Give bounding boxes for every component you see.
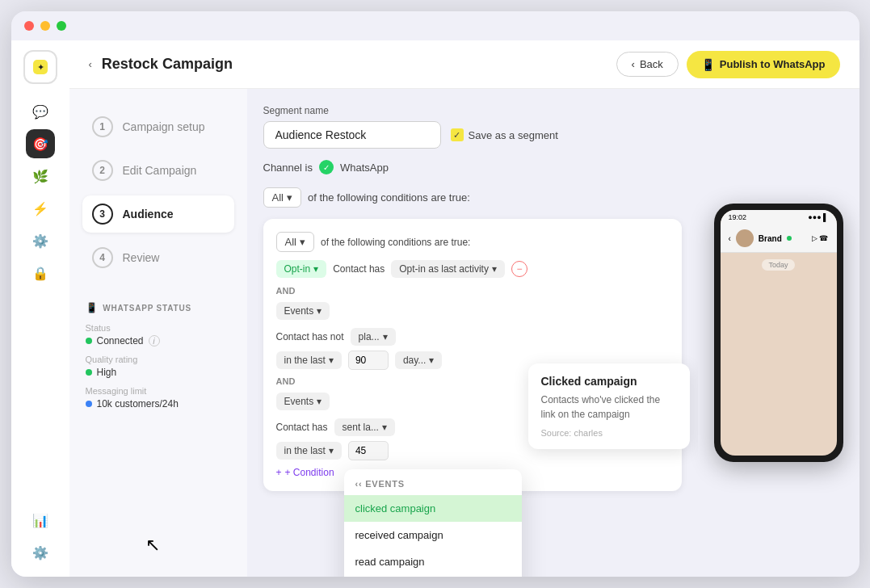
step-num-1: 1 — [92, 116, 113, 137]
phone-body: Today — [721, 253, 837, 456]
remove-optin-button[interactable]: − — [511, 261, 527, 277]
segment-name-input[interactable] — [263, 121, 441, 149]
svg-text:✦: ✦ — [36, 62, 44, 72]
outer-conditions-bar: All ▾ of the following conditions are tr… — [263, 187, 682, 208]
dropdown-header: ‹ ‹ EVENTS — [344, 476, 522, 495]
contact-has-label: Contact has — [333, 263, 385, 275]
step-num-2: 2 — [92, 160, 113, 181]
optin-condition-row: Opt-in ▾ Contact has Opt-in as last acti… — [276, 260, 669, 278]
in-the-last2-chevron-icon: ▾ — [329, 445, 334, 456]
channel-is-label: Channel is — [263, 162, 313, 174]
optin-tag[interactable]: Opt-in ▾ — [276, 260, 327, 278]
phone-frame: 19:02 ●●● ▌ ‹ Brand ▷ ☎ To — [714, 204, 843, 462]
sidebar-icon-chat[interactable]: 💬 — [26, 97, 55, 126]
quality-dot-icon — [86, 369, 92, 376]
inner-conditions-prefix: of the following conditions are true: — [321, 237, 470, 248]
all-select-inner[interactable]: All ▾ — [276, 232, 314, 252]
publish-button-label: Publish to WhatsApp — [720, 58, 826, 70]
sidebar-icon-lock[interactable]: 🔒 — [26, 258, 55, 288]
event-type-chevron-icon: ▾ — [383, 331, 388, 342]
step-item-4[interactable]: 4 Review — [82, 239, 234, 276]
save-segment-label: Save as a segment — [469, 129, 558, 141]
sidebar-icon-analytics[interactable]: 📊 — [26, 506, 55, 535]
phone-chat-name: Brand — [759, 234, 782, 243]
save-segment-checkbox[interactable]: ✓ — [451, 128, 464, 141]
traffic-light-red[interactable] — [24, 21, 34, 31]
sidebar-icon-insights[interactable]: ⚙️ — [26, 226, 55, 255]
conditions-prefix-outer: of the following conditions are true: — [308, 191, 470, 204]
phone-mockup: 19:02 ●●● ▌ ‹ Brand ▷ ☎ To — [698, 89, 859, 577]
phone-signal-icon: ●●● ▌ — [808, 213, 828, 221]
cursor-icon: ↖ — [145, 535, 160, 556]
step-item-2[interactable]: 2 Edit Campaign — [82, 152, 234, 189]
step-item-1[interactable]: 1 Campaign setup — [82, 108, 234, 145]
in-the-last-chevron-icon: ▾ — [329, 355, 334, 366]
save-segment-checkbox-row: ✓ Save as a segment — [451, 128, 558, 141]
header: ‹ Restock Campaign ‹ Back 📱 Publish to W… — [69, 40, 859, 89]
days-unit-chevron-icon: ▾ — [429, 355, 434, 366]
channel-row: Channel is ✓ WhatsApp — [263, 160, 682, 174]
app-body: ✦ 💬 🎯 🌿 ⚡ ⚙️ 🔒 📊 ⚙️ ‹ Restock Campaign — [11, 40, 859, 577]
condition-card: All ▾ of the following conditions are tr… — [263, 219, 682, 491]
back-navigation[interactable]: ‹ Restock Campaign — [89, 56, 233, 73]
optin-activity-chevron-icon: ▾ — [492, 263, 497, 275]
event-type2-chevron-icon: ▾ — [382, 422, 387, 433]
step-num-4: 4 — [92, 247, 113, 268]
in-the-last-select-2[interactable]: in the last ▾ — [276, 442, 342, 460]
app-logo: ✦ — [23, 50, 57, 84]
events-chevron-icon: ▾ — [317, 305, 322, 317]
chevron-down-icon: ▾ — [287, 191, 292, 204]
days-input-1[interactable] — [348, 351, 389, 370]
days-unit-select-1[interactable]: day... ▾ — [395, 351, 442, 369]
whatsapp-icon: 📱 — [701, 58, 715, 71]
event-type-select-2[interactable]: sent la... ▾ — [334, 418, 395, 436]
optin-activity-select[interactable]: Opt-in as last activity ▾ — [391, 260, 505, 278]
phone-header: ‹ Brand ▷ ☎ — [721, 225, 837, 253]
sidebar-icon-flows[interactable]: ⚡ — [26, 194, 55, 223]
step-num-3: 3 — [92, 204, 113, 225]
event-type-select-1[interactable]: pla... ▾ — [351, 328, 396, 346]
traffic-light-green[interactable] — [57, 21, 66, 31]
step-label-3: Audience — [123, 208, 174, 220]
dropdown-item-clicked-campaign[interactable]: clicked campaign — [344, 495, 522, 522]
app-window: ✦ 💬 🎯 🌿 ⚡ ⚙️ 🔒 📊 ⚙️ ‹ Restock Campaign — [11, 11, 859, 577]
days-input-2[interactable] — [348, 441, 389, 460]
events-tag-2[interactable]: Events ▾ — [276, 393, 330, 410]
step-item-3[interactable]: 3 Audience — [82, 195, 234, 233]
dropdown-item-read-campaign[interactable]: read campaign — [344, 548, 522, 575]
dropdown-item-received-campaign[interactable]: received campaign — [344, 522, 522, 548]
sidebar-icon-settings[interactable]: ⚙️ — [26, 538, 55, 567]
tooltip-desc: Contacts who've clicked the link on the … — [541, 393, 677, 422]
events-detail-row-1: Contact has not pla... ▾ — [276, 328, 669, 346]
title-bar — [11, 11, 859, 40]
info-icon[interactable]: i — [149, 335, 160, 346]
traffic-light-yellow[interactable] — [40, 21, 50, 31]
all-select-outer[interactable]: All ▾ — [263, 187, 301, 208]
publish-button[interactable]: 📱 Publish to WhatsApp — [687, 51, 840, 78]
channel-value: WhatsApp — [340, 162, 389, 174]
back-button[interactable]: ‹ Back — [616, 52, 679, 77]
in-the-last-select-1[interactable]: in the last ▾ — [276, 351, 342, 369]
connected-dot-icon — [86, 338, 92, 344]
tooltip-source: Source: charles — [541, 428, 677, 438]
chevron-inner-icon: ▾ — [300, 236, 305, 248]
header-actions: ‹ Back 📱 Publish to WhatsApp — [616, 51, 840, 78]
whatsapp-status: 📱 WHATSAPP STATUS Status Connected i — [82, 302, 234, 418]
page-title: Restock Campaign — [102, 56, 233, 73]
messaging-dot-icon — [86, 401, 92, 407]
quality-value: High — [86, 367, 231, 378]
phone-avatar — [736, 229, 754, 247]
content-area: 1 Campaign setup 2 Edit Campaign 3 — [69, 89, 859, 577]
sidebar-icon-contacts[interactable]: 🌿 — [26, 162, 55, 191]
dropdown-items: clicked campaignreceived campaignread ca… — [344, 495, 522, 577]
and-label-1: AND — [276, 286, 669, 296]
events-condition-row-1: Events ▾ — [276, 302, 669, 320]
tooltip-title: Clicked campaign — [541, 375, 677, 388]
events-tag-1[interactable]: Events ▾ — [276, 302, 330, 320]
online-indicator — [787, 236, 792, 241]
step-label-2: Edit Campaign — [123, 164, 197, 177]
wa-status-icon: 📱 — [86, 302, 99, 313]
sidebar-icon-campaigns[interactable]: 🎯 — [26, 129, 55, 158]
segment-name-label: Segment name — [263, 105, 682, 116]
dropdown-item-received-last-message[interactable]: received last message — [344, 575, 522, 577]
